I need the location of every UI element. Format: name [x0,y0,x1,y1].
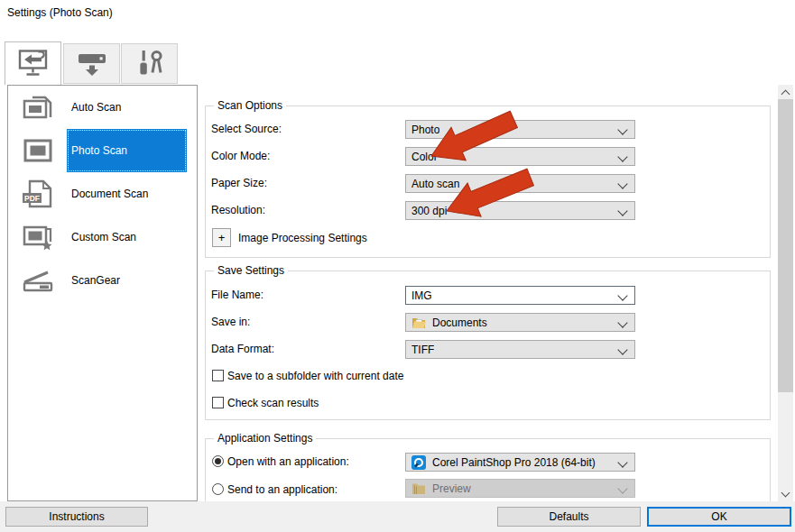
data-format-label: Data Format: [211,343,274,355]
auto-scan-icon [19,91,57,124]
color-mode-value: Color [411,151,438,163]
select-source-label: Select Source: [211,123,282,135]
data-format-dropdown[interactable]: TIFF [405,340,635,359]
open-with-application-radio[interactable] [212,455,224,467]
tools-icon [134,49,165,79]
preview-app-icon [411,482,426,494]
chevron-down-icon [617,290,627,300]
chevron-down-icon [617,206,627,216]
photo-scan-icon [19,134,57,167]
chevron-down-icon [617,344,627,354]
chevron-down-icon [617,151,627,161]
paper-size-label: Paper Size: [211,177,267,189]
sidebar-item-label: Photo Scan [67,129,187,172]
scanner-save-icon [77,49,107,79]
ok-button[interactable]: OK [647,507,791,527]
settings-panel: Scan Options Select Source: Photo Color … [198,85,778,501]
select-source-value: Photo [411,124,439,136]
resolution-label: Resolution: [211,204,265,216]
plus-icon: + [218,231,226,244]
send-to-application-radio[interactable] [212,483,224,495]
chevron-down-icon [617,317,627,327]
chevron-down-icon [617,124,627,134]
defaults-button[interactable]: Defaults [497,507,641,527]
defaults-button-label: Defaults [549,510,588,523]
scroll-down-button[interactable] [778,486,793,501]
open-with-application-label[interactable]: Open with an application: [227,455,349,468]
sidebar-item-label: Document Scan [67,172,187,216]
paper-size-value: Auto scan [411,178,459,190]
sidebar-item-label: ScanGear [67,259,187,302]
open-with-app-dropdown[interactable]: Corel PaintShop Pro 2018 (64-bit) [405,453,635,472]
paper-size-dropdown[interactable]: Auto scan [405,174,635,193]
svg-text:PDF: PDF [24,194,40,203]
scan-options-title: Scan Options [214,99,286,112]
scroll-up-icon [781,89,790,98]
scan-type-list: Auto Scan Photo Scan PDF Document Sca [7,85,198,501]
open-with-app-value: Corel PaintShop Pro 2018 (64-bit) [432,456,596,469]
monitor-arrow-icon [18,49,49,79]
send-to-application-label[interactable]: Send to an application: [227,483,337,496]
sidebar-item-photo-scan[interactable]: Photo Scan [8,129,197,172]
vertical-scrollbar[interactable] [778,85,793,501]
ok-button-label: OK [711,510,726,523]
check-scan-results-label[interactable]: Check scan results [227,397,319,409]
footer-bar: Instructions Defaults OK [0,501,795,532]
color-mode-label: Color Mode: [211,150,270,162]
sidebar-item-label: Auto Scan [67,86,187,129]
file-name-label: File Name: [211,289,263,301]
scrollbar-thumb[interactable] [778,99,793,392]
image-processing-label: Image Processing Settings [238,232,367,244]
instructions-button-label: Instructions [49,510,104,523]
resolution-dropdown[interactable]: 300 dpi [405,201,635,220]
tab-general-settings[interactable] [121,43,178,84]
custom-scan-icon [19,221,57,253]
sidebar-item-document-scan[interactable]: PDF Document Scan [8,172,197,216]
scroll-up-button[interactable] [778,85,793,100]
subfolder-checkbox-label[interactable]: Save to a subfolder with current date [227,370,403,382]
save-in-dropdown[interactable]: Documents [405,313,635,332]
check-scan-results-checkbox[interactable] [212,397,224,408]
resolution-value: 300 dpi [411,205,447,217]
tab-scan-to-computer[interactable] [5,41,61,85]
file-name-value: IMG [411,289,432,302]
save-in-value: Documents [432,316,487,329]
sidebar-item-custom-scan[interactable]: Custom Scan [8,216,197,259]
color-mode-dropdown[interactable]: Color [405,147,635,166]
sidebar-item-auto-scan[interactable]: Auto Scan [8,86,197,129]
instructions-button[interactable]: Instructions [5,507,148,527]
window-title: Settings (Photo Scan) [7,6,113,19]
scroll-down-icon [781,488,790,497]
save-in-label: Save in: [211,316,250,328]
subfolder-checkbox[interactable] [212,370,224,381]
file-name-combobox[interactable]: IMG [405,286,635,305]
image-processing-expander-button[interactable]: + [212,228,231,247]
sidebar-item-scangear[interactable]: ScanGear [8,259,197,302]
document-scan-icon: PDF [19,178,57,210]
chevron-down-icon [617,457,627,467]
save-settings-title: Save Settings [214,264,288,277]
folder-icon [411,316,426,328]
tab-scan-and-save[interactable] [63,43,120,84]
chevron-down-icon [617,483,627,493]
select-source-dropdown[interactable]: Photo [405,120,635,139]
sidebar-item-label: Custom Scan [67,216,187,259]
settings-dialog: Settings (Photo Scan) [0,0,795,532]
scangear-icon [19,264,57,297]
paintshop-app-icon [411,455,426,470]
send-to-app-value: Preview [432,482,471,495]
data-format-value: TIFF [411,344,434,356]
send-to-app-dropdown: Preview [405,479,635,498]
chevron-down-icon [617,179,627,188]
application-settings-title: Application Settings [214,432,316,445]
